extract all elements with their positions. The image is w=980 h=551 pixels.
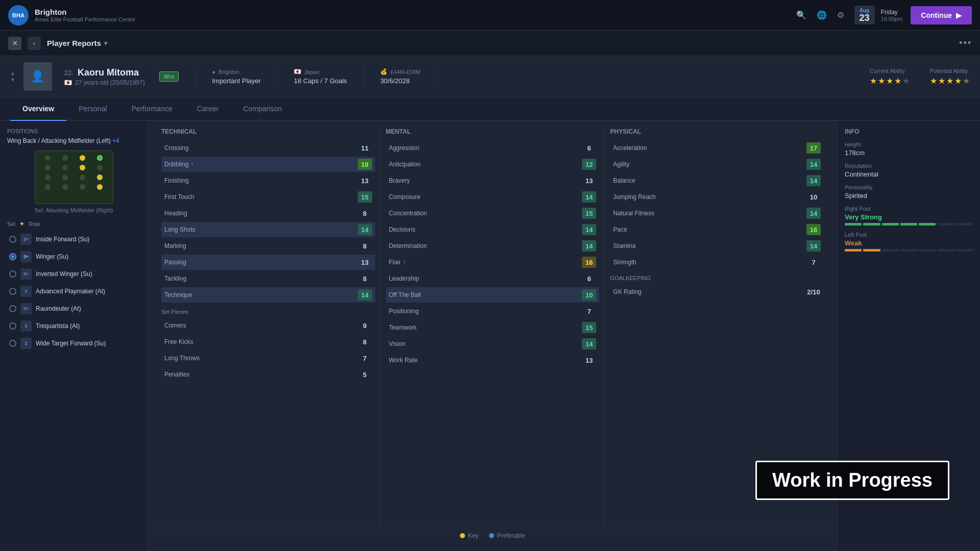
star-5-empty: ★ [902,76,910,86]
continue-button[interactable]: Continue ▶ [911,6,972,24]
attr-row: Decisions14 [386,222,600,237]
tab-performance[interactable]: Performance [119,97,185,121]
globe-icon[interactable]: 🌐 [817,10,827,20]
attr-row: Balance14 [610,173,824,188]
expand-up-icon[interactable]: ▲ [10,70,15,76]
divider-4 [437,66,437,87]
role-item[interactable]: 2Wide Target Forward (Su) [7,335,140,352]
key-label: Key [468,532,479,539]
attr-name: Positioning [389,308,582,315]
attr-value: 14 [806,159,821,170]
role-item[interactable]: 3+Raumdeuter (At) [7,300,140,317]
right-foot-value: Very Strong [845,213,973,221]
attr-name: Passing [164,259,358,266]
tab-personal[interactable]: Personal [66,97,119,121]
attr-value: 13 [582,355,596,366]
attr-name: Composure [389,193,582,201]
ability-section: Current Ability ★ ★ ★ ★ ★ Potential Abil… [870,68,970,86]
height-value: 178cm [845,149,973,157]
personality-row: Personality Spirited [845,184,973,199]
attr-value: 14 [358,224,372,235]
attr-row: Concentration15 [386,206,600,221]
position-list: Wing Back / Attacking Midfielder (Left) … [7,137,140,144]
attr-name: Flair↑ [389,259,582,266]
current-ability-block: Current Ability ★ ★ ★ ★ ★ [870,68,910,86]
attr-value: 8 [358,240,372,252]
position-text: Wing Back / Attacking Midfielder (Left) [7,137,111,144]
role-icon: 3+ [20,303,32,314]
attr-row: Tackling8 [161,271,375,286]
continue-label: Continue [921,11,952,19]
player-info: 22. Kaoru Mitoma 🇯🇵 27 years old (20/05/… [64,67,145,86]
attr-value: 8 [358,336,372,347]
attr-row: Heading8 [161,206,375,221]
attr-name: Aggression [389,144,582,152]
foot-seg-5 [919,223,936,226]
attr-row: Work Rate13 [386,353,600,368]
role-item[interactable]: 3Advanced Playmaker (At) [7,283,140,299]
info-title: Info [845,128,973,135]
role-item[interactable]: 3+Winger (Su) [7,248,140,265]
gear-icon[interactable]: ⚙ [837,10,844,20]
pitch-selected-label: Sel: Attacking Midfielder (Right) [7,207,140,213]
foot-seg-2 [863,223,880,226]
attr-name: Agility [613,161,806,168]
pstar-3: ★ [946,76,953,86]
tab-comparison[interactable]: Comparison [231,97,293,121]
star-1: ★ [870,76,877,86]
pitch-container [7,151,140,204]
foot-seg-4 [900,223,917,226]
expand-buttons[interactable]: ▲ ▼ [10,70,15,83]
lfoot-seg-1 [845,249,862,252]
attr-row: Anticipation12 [386,157,600,172]
attr-name: Bravery [389,177,582,184]
pitch-dot-yellow-2 [80,165,85,170]
personality-label: Personality [845,184,973,190]
pitch-dot [45,174,51,180]
role-item[interactable]: 3+Inside Forward (Su) [7,231,140,247]
player-age: 27 years old (20/05/1997) [75,79,145,86]
more-button[interactable]: ••• [959,38,972,48]
role-item[interactable]: 3Trequartista (At) [7,318,140,334]
attr-row: Pace16 [610,222,824,237]
pitch-dot [97,165,103,170]
role-radio [9,270,16,278]
nationality-block: 🇯🇵 Japan 18 Caps / 7 Goals [294,68,347,85]
tab-career[interactable]: Career [185,97,231,121]
attr-value: 15 [582,208,596,219]
pstar-4: ★ [954,76,962,86]
search-icon[interactable]: 🔍 [796,10,806,20]
attr-row: First Touch15 [161,189,375,205]
star-2: ★ [878,76,885,86]
attr-name: First Touch [164,193,358,201]
attr-name: Off The Ball [389,291,582,298]
position-more[interactable]: +4 [112,137,119,144]
attr-row: Off The Ball10 [386,287,600,303]
left-foot-bar [845,249,973,252]
attr-name: Long Throws [164,355,358,362]
attr-row: Long Shots14 [161,222,375,237]
role-name: Trequartista (At) [36,322,80,330]
continue-arrow-icon: ▶ [956,11,962,19]
role-item[interactable]: 3+Inverted Winger (Su) [7,266,140,282]
attr-name: Heading [164,210,358,217]
role-radio [9,253,16,260]
expand-down-icon[interactable]: ▼ [10,77,15,83]
back-button[interactable]: ‹ [28,37,41,50]
attr-name: Dribbling↑ [164,161,358,168]
attr-name: Natural Fitness [613,210,806,217]
current-ability-stars: ★ ★ ★ ★ ★ [870,76,910,86]
attr-value: 2/10 [806,286,821,297]
role-icon: 3+ [20,251,32,262]
attr-name: Corners [164,322,358,329]
star-4-half: ★ [894,76,901,86]
star-icon: ★ [19,220,24,227]
foot-seg-6 [937,223,954,226]
attr-arrow-icon: ↑ [403,259,406,266]
close-button[interactable]: ✕ [8,37,21,50]
height-label: Height [845,141,973,147]
tab-overview[interactable]: Overview [10,97,66,121]
pitch-dot [62,184,68,190]
set-pieces-title: Set Pieces [161,309,375,315]
attr-row: Corners9 [161,318,375,333]
